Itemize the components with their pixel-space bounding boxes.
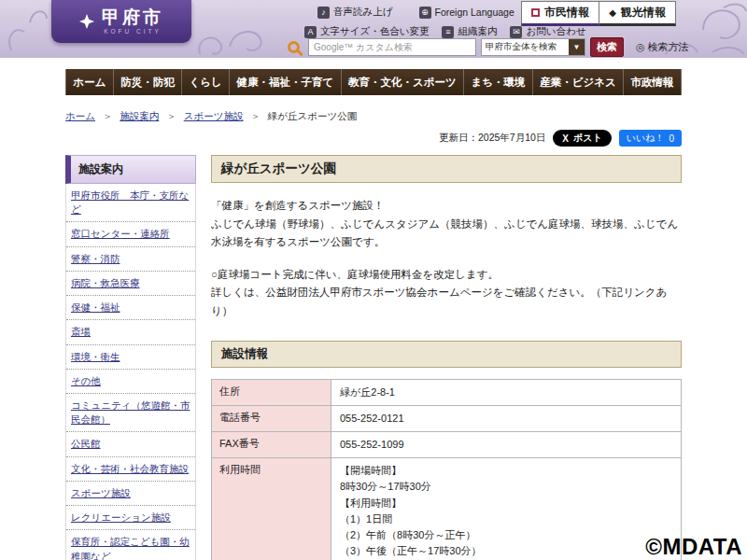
organization-guide-label: 組織案内 [458, 25, 497, 38]
meta-row: 更新日：2025年7月10日 X ポスト いいね！ 0 [65, 130, 682, 147]
sidebar-item-recreation[interactable]: レクリエーション施設 [66, 506, 195, 530]
nav-item-home[interactable]: ホーム [65, 69, 114, 95]
globe-icon: ⊕ [419, 7, 431, 19]
notice-paragraph: ○庭球場コート完成に伴い、庭球場使用料金を改定します。 詳しくは、公益財団法人甲… [211, 266, 682, 321]
text-size-link[interactable]: A 文字サイズ・色合い変更 [304, 25, 429, 38]
content-area: 施設案内 甲府市役所 本庁・支所など 窓口センター・連絡所 警察・消防 病院・救… [65, 155, 682, 560]
row-label-fax: FAX番号 [212, 432, 331, 458]
city-name: 甲府市 [102, 8, 163, 28]
text-size-label: 文字サイズ・色合い変更 [320, 25, 429, 38]
sidebar-item-city-hall[interactable]: 甲府市役所 本庁・支所など [66, 184, 195, 222]
search-icon-handle [296, 49, 303, 57]
row-value-phone: 055-252-0121 [331, 406, 682, 432]
tourist-info-label: 観光情報 [621, 5, 666, 21]
x-post-label: ポスト [573, 132, 602, 145]
search-help-link[interactable]: ◎ 検索方法 [636, 40, 689, 54]
search-help-label: 検索方法 [648, 40, 689, 54]
speaker-icon: ♪ [317, 7, 330, 19]
organization-icon: ≡ [442, 26, 454, 38]
breadcrumb-separator: ＞ [250, 110, 261, 121]
sidebar-item-sports-facility[interactable]: スポーツ施設 [66, 482, 195, 506]
row-label-phone: 電話番号 [212, 406, 331, 432]
nav-item-education-culture-sports[interactable]: 教育・文化・スポーツ [342, 69, 465, 95]
intro-paragraph: 「健康」を創造するスポーツ施設！ ふじでん球場（野球場）、ふじでんスタジアム（競… [211, 197, 682, 252]
row-value-hours: 【開場時間】 8時30分～17時30分 【利用時間】 （1）1日間 （2）午前（… [331, 458, 682, 560]
audio-readout-label: 音声読み上げ [333, 6, 393, 19]
sidebar-item-hospitals-emergency[interactable]: 病院・救急医療 [66, 272, 195, 296]
mail-icon: ✉ [510, 26, 522, 38]
organization-guide-link[interactable]: ≡ 組織案内 [442, 25, 497, 38]
site-header: 甲府市 KOFU CITY ♪ 音声読み上げ ⊕ Foreign Languag… [0, 0, 747, 58]
row-value-fax: 055-252-1099 [331, 432, 682, 458]
facility-info-table: 住所 緑が丘2-8-1 電話番号 055-252-0121 FAX番号 055-… [211, 379, 682, 560]
breadcrumb-facility-guide[interactable]: 施設案内 [120, 110, 159, 121]
nav-item-town-environment[interactable]: まち・環境 [464, 69, 533, 95]
breadcrumb-separator: ＞ [103, 110, 113, 121]
citizen-info-label: 市民情報 [544, 5, 589, 21]
table-row-fax: FAX番号 055-252-1099 [212, 432, 682, 458]
like-label: いいね！ [627, 132, 665, 145]
x-icon: X [562, 133, 569, 144]
page-root: 甲府市 KOFU CITY ♪ 音声読み上げ ⊕ Foreign Languag… [0, 0, 747, 560]
row-label-address: 住所 [212, 380, 331, 406]
city-logo-text: 甲府市 KOFU CITY [102, 8, 163, 35]
sidebar-item-health-welfare[interactable]: 保健・福祉 [66, 296, 195, 320]
sidebar-item-funeral-hall[interactable]: 斎場 [66, 320, 195, 344]
facebook-like-button[interactable]: いいね！ 0 [619, 130, 682, 147]
facility-info-section-title: 施設情報 [211, 341, 682, 368]
main-column: 緑が丘スポーツ公園 「健康」を創造するスポーツ施設！ ふじでん球場（野球場）、ふ… [211, 155, 682, 560]
sidebar-title: 施設案内 [65, 155, 196, 184]
sidebar-item-environment-sanitation[interactable]: 環境・衛生 [66, 345, 195, 370]
breadcrumb-separator: ＞ [166, 110, 176, 121]
x-post-button[interactable]: X ポスト [553, 130, 611, 147]
nav-item-city-government[interactable]: 市政情報 [624, 69, 682, 95]
breadcrumb-sports-facility[interactable]: スポーツ施設 [184, 110, 244, 121]
main-navigation: ホーム 防災・防犯 くらし 健康・福祉・子育て 教育・文化・スポーツ まち・環境… [65, 69, 682, 95]
sidebar-item-childcare-facilities[interactable]: 保育所・認定こども園・幼稚園など [66, 530, 195, 560]
contact-label: お問い合わせ [526, 25, 585, 38]
sidebar-item-other[interactable]: その他 [66, 370, 195, 394]
breadcrumb: ホーム ＞ 施設案内 ＞ スポーツ施設 ＞ 緑が丘スポーツ公園 [65, 110, 682, 123]
decorative-flourish [196, 22, 280, 58]
nav-item-industry-business[interactable]: 産業・ビジネス [533, 69, 624, 95]
table-row-phone: 電話番号 055-252-0121 [212, 406, 682, 432]
search-icon [288, 41, 300, 53]
text-size-icon: A [304, 26, 317, 38]
sidebar-item-community[interactable]: コミュニティ（悠遊館・市民会館） [66, 394, 195, 432]
contact-link[interactable]: ✉ お問い合わせ [510, 25, 585, 38]
nav-item-health-welfare-childcare[interactable]: 健康・福祉・子育て [230, 69, 342, 95]
foreign-language-link[interactable]: ⊕ Foreign Language [419, 7, 514, 19]
breadcrumb-home[interactable]: ホーム [65, 110, 95, 121]
city-logo[interactable]: 甲府市 KOFU CITY [51, 0, 191, 43]
search-scope-select[interactable]: 甲府市全体を検索 ▼ [481, 38, 585, 56]
citizen-info-button[interactable]: 市民情報 [521, 1, 599, 26]
like-count: 0 [669, 133, 674, 144]
decorative-flourish [6, 4, 49, 54]
nav-item-living[interactable]: くらし [182, 69, 230, 95]
updated-date: 更新日：2025年7月10日 [439, 132, 545, 145]
sidebar: 施設案内 甲府市役所 本庁・支所など 窓口センター・連絡所 警察・消防 病院・救… [65, 155, 196, 560]
table-row-address: 住所 緑が丘2-8-1 [212, 380, 682, 406]
search-input[interactable] [308, 38, 476, 56]
breadcrumb-current: 緑が丘スポーツ公園 [268, 110, 357, 121]
sidebar-item-police-fire[interactable]: 警察・消防 [66, 247, 195, 272]
watermark: ©MDATA [645, 534, 742, 560]
city-crest-icon [79, 14, 94, 29]
search-button[interactable]: 検索 [590, 37, 624, 57]
foreign-language-label: Foreign Language [435, 7, 514, 18]
sidebar-item-culture-education[interactable]: 文化・芸術・社会教育施設 [66, 457, 195, 482]
search-bar: 甲府市全体を検索 ▼ 検索 ◎ 検索方法 [288, 37, 689, 57]
audio-readout-link[interactable]: ♪ 音声読み上げ [317, 6, 393, 19]
tourist-info-button[interactable]: ◆ 観光情報 [599, 1, 676, 26]
sidebar-item-community-center[interactable]: 公民館 [66, 432, 195, 456]
row-label-hours: 利用時間 [212, 458, 331, 560]
sidebar-item-service-centers[interactable]: 窓口センター・連絡所 [66, 222, 195, 246]
utility-links-row2: A 文字サイズ・色合い変更 ≡ 組織案内 ✉ お問い合わせ [304, 25, 585, 38]
diamond-icon: ◆ [609, 8, 616, 18]
sidebar-list: 甲府市役所 本庁・支所など 窓口センター・連絡所 警察・消防 病院・救急医療 保… [65, 184, 196, 560]
utility-links-row1: ♪ 音声読み上げ ⊕ Foreign Language [317, 6, 514, 19]
help-target-icon: ◎ [636, 42, 645, 52]
chevron-down-icon: ▼ [569, 39, 585, 55]
table-row-hours: 利用時間 【開場時間】 8時30分～17時30分 【利用時間】 （1）1日間 （… [212, 458, 682, 560]
nav-item-disaster-crime[interactable]: 防災・防犯 [114, 69, 182, 95]
